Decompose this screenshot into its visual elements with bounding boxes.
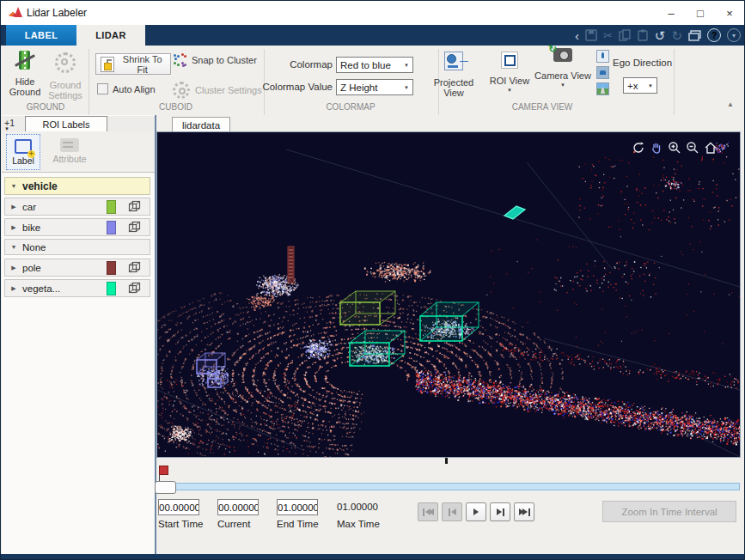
ground-settings-button: Ground Settings — [46, 51, 85, 100]
ribbon: Hide Ground Ground Settings GROUND Shrin… — [1, 46, 744, 116]
projected-view-button[interactable]: Projected View — [425, 52, 482, 98]
tree-closed-icon[interactable]: ▶ — [5, 204, 22, 210]
color-swatch[interactable] — [107, 200, 116, 214]
max-time-label: Max Time — [337, 519, 380, 529]
attribute-icon — [60, 138, 79, 152]
start-time-flag[interactable] — [159, 466, 168, 475]
tree-open-icon[interactable]: ▼ — [5, 183, 22, 189]
rotate-3d-icon[interactable] — [631, 140, 645, 155]
point-cloud-canvas[interactable] — [157, 132, 740, 457]
maximize-button[interactable]: □ — [686, 1, 715, 25]
home-icon[interactable] — [703, 140, 718, 155]
max-time-value: 01.00000 — [337, 502, 378, 512]
cuboid-shape-icon[interactable] — [128, 200, 141, 213]
ego-view-chase-icon[interactable] — [596, 66, 609, 79]
tree-closed-icon[interactable]: ▶ — [5, 265, 22, 271]
ego-view-ego-icon[interactable] — [596, 82, 609, 95]
shrink-to-fit-button[interactable]: Shrink To Fit — [95, 53, 171, 75]
gear-icon — [173, 82, 190, 99]
minimize-button[interactable]: – — [656, 1, 686, 25]
last-frame-button[interactable] — [514, 502, 534, 521]
next-frame-button[interactable] — [490, 502, 510, 521]
cluster-settings-button: Cluster Settings — [173, 82, 262, 99]
pan-icon[interactable] — [649, 140, 663, 155]
chevron-down-icon: ▼ — [404, 63, 409, 68]
document-tabstrip: lidardata — [156, 116, 745, 131]
colormap-value-label: Colormap Value — [259, 82, 333, 92]
colormap-value-dropdown[interactable]: Z Height ▼ — [336, 79, 413, 95]
close-button[interactable]: × — [715, 1, 744, 25]
label-toolbar: Label Attribute — [2, 131, 155, 173]
ego-direction-dropdown[interactable]: +x ▼ — [623, 77, 657, 94]
checkbox-icon — [97, 83, 108, 94]
snap-to-cluster-icon — [173, 53, 186, 67]
chevron-down-icon: ▼ — [487, 88, 532, 93]
left-panel-tabstrip: +1 ▼ ROI Labels — [2, 116, 155, 132]
add-attribute-button: Attribute — [46, 134, 93, 168]
tab-lidardata[interactable]: lidardata — [172, 117, 230, 132]
save-icon[interactable] — [585, 29, 597, 41]
hide-ground-icon — [15, 51, 34, 71]
tab-roi-labels[interactable]: ROI Labels — [25, 116, 107, 132]
window-bottom-border — [1, 554, 744, 560]
lidar-view-area: lidardata — [156, 115, 745, 554]
tab-label[interactable]: LABEL — [6, 25, 76, 46]
shrink-to-fit-icon — [101, 57, 114, 72]
paste-icon[interactable] — [637, 29, 649, 41]
zoom-in-icon[interactable] — [667, 140, 681, 155]
tree-closed-icon[interactable]: ▶ — [5, 285, 22, 292]
camera-view-icon — [553, 48, 572, 62]
camera-view-button[interactable]: Camera View ▼ — [534, 48, 592, 88]
end-time-label: End Time — [277, 519, 319, 529]
cuboid-shape-icon[interactable] — [128, 221, 141, 234]
tree-closed-icon[interactable]: ▶ — [5, 224, 22, 231]
label-row-vegetation[interactable]: ▶ vegeta... — [4, 279, 150, 297]
copy-icon[interactable] — [619, 29, 631, 41]
current-time-input[interactable] — [217, 499, 259, 515]
point-cloud-view — [156, 131, 741, 458]
section-label-cuboid: CUBOID — [89, 102, 263, 112]
first-frame-button — [418, 502, 438, 521]
section-label-colormap: COLORMAP — [264, 102, 437, 112]
cut-icon[interactable]: ✂ — [603, 30, 613, 41]
tree-open-icon[interactable]: ▼ — [5, 244, 22, 250]
label-group-vehicle[interactable]: ▼ vehicle — [4, 177, 150, 195]
undo-icon[interactable]: ↺ — [655, 29, 666, 42]
label-row-car[interactable]: ▶ car — [4, 198, 150, 216]
layout-icon[interactable] — [688, 30, 701, 41]
play-button[interactable] — [466, 502, 486, 521]
qat-more-icon[interactable]: ▾ — [727, 28, 741, 42]
hide-ground-button[interactable]: Hide Ground — [7, 51, 43, 97]
ego-view-top-icon[interactable] — [596, 50, 609, 63]
end-time-input[interactable] — [277, 499, 318, 515]
snap-to-cluster-button[interactable]: Snap to Cluster — [173, 53, 257, 67]
auto-align-checkbox[interactable]: Auto Align — [97, 83, 156, 94]
tab-lidar[interactable]: LIDAR — [76, 25, 145, 46]
color-swatch[interactable] — [107, 282, 116, 295]
start-time-label: Start Time — [158, 519, 203, 529]
zoom-out-icon[interactable] — [685, 140, 699, 155]
colormap-dropdown[interactable]: Red to blue ▼ — [336, 57, 413, 73]
time-slider-handle[interactable] — [155, 481, 176, 494]
projected-view-icon — [444, 52, 463, 70]
quick-access-toolbar: ‹ ✂ ↺ ↻ ? ▾ — [575, 25, 741, 46]
roi-view-button[interactable]: ROI View ▼ — [487, 52, 532, 93]
roi-labels-panel: +1 ▼ ROI Labels Label Attribute ▼ vehicl… — [2, 115, 155, 554]
color-swatch[interactable] — [107, 221, 116, 234]
cuboid-shape-icon[interactable] — [128, 282, 141, 295]
gear-icon — [55, 52, 76, 73]
overflow-chevron-icon[interactable]: ‹ — [575, 29, 579, 42]
help-icon[interactable]: ? — [707, 28, 721, 42]
label-row-bike[interactable]: ▶ bike — [4, 218, 150, 236]
time-slider-track[interactable] — [161, 483, 740, 490]
color-swatch[interactable] — [107, 261, 116, 275]
label-group-none[interactable]: ▼ None — [4, 239, 150, 255]
redo-icon[interactable]: ↻ — [671, 29, 682, 42]
chevron-down-icon: ▼ — [534, 82, 592, 88]
more-tabs-button[interactable]: +1 ▼ — [4, 118, 23, 131]
add-label-button[interactable]: Label — [6, 134, 40, 170]
start-time-input[interactable] — [158, 499, 199, 515]
label-row-pole[interactable]: ▶ pole — [4, 259, 150, 277]
cuboid-shape-icon[interactable] — [128, 261, 141, 274]
collapse-ribbon-icon[interactable]: ▲ — [727, 100, 734, 108]
